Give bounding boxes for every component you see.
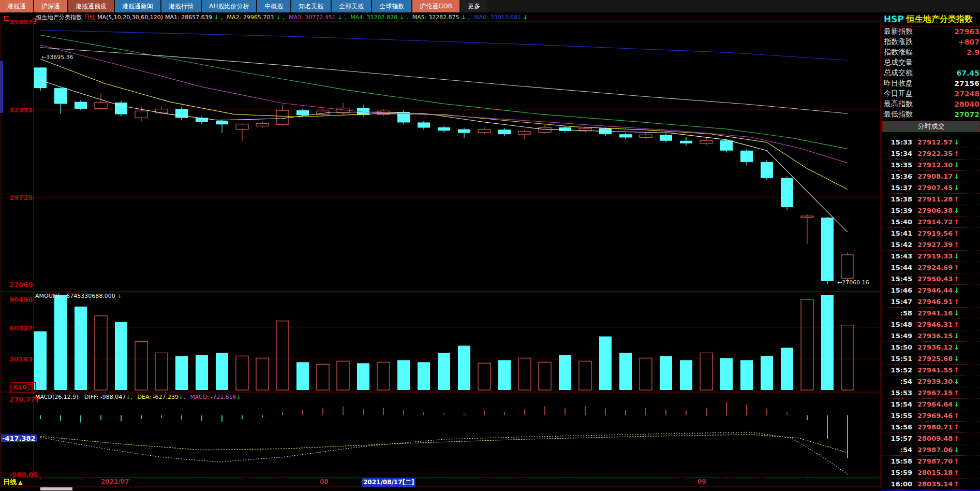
chart-canvas[interactable] — [0, 0, 980, 491]
quote-value: 27963 — [954, 27, 979, 36]
tape-price: 27936.15 — [917, 332, 953, 340]
nav-tab-中概股[interactable]: 中概股 — [257, 0, 290, 12]
tape-row[interactable]: 15:4327919.33↓ — [882, 251, 980, 262]
tape-row[interactable]: 15:3827911.28↑ — [882, 194, 980, 205]
tape-time: 15:47 — [885, 298, 912, 306]
nav-tab-全部美股[interactable]: 全部美股 — [332, 0, 371, 12]
tape-row[interactable]: :5427939.30↓ — [882, 376, 980, 387]
nav-tab-港股行情[interactable]: 港股行情 — [161, 0, 201, 12]
price-annotation-0: ←33695.36 — [41, 54, 73, 61]
tape-price: 27912.30 — [917, 161, 953, 169]
quote-label: 最低指数 — [884, 110, 913, 119]
tape-time: 15:54 — [885, 400, 912, 408]
tape-price: 28015.18 — [917, 469, 953, 476]
nav-tab-全球指数[interactable]: 全球指数 — [372, 0, 411, 12]
tape-price: 27967.15 — [917, 389, 953, 397]
nav-tab-知名美股[interactable]: 知名美股 — [291, 0, 331, 12]
down-arrow-icon: ↓ — [954, 184, 959, 192]
tape-row[interactable]: 15:5827987.70↑ — [882, 456, 980, 467]
tape-row[interactable]: 15:5227941.55↑ — [882, 365, 980, 376]
tape-row[interactable]: 15:4127919.56↑ — [882, 228, 980, 239]
quote-label: 总成交额 — [884, 68, 913, 78]
tape-list[interactable]: 15:3327912.57↓15:3427922.35↑15:3527912.3… — [882, 137, 980, 491]
down-arrow-icon: ↓ — [523, 14, 528, 21]
tape-row[interactable]: 15:4527950.43↑ — [882, 273, 980, 285]
price-annotation-1: ←27060.16 — [837, 279, 869, 286]
tape-price: 27911.28 — [917, 195, 953, 203]
date-label-2: 2021/08/17[二] — [362, 478, 415, 487]
tape-time: 15:38 — [885, 195, 912, 203]
tape-price: 27946.91 — [917, 298, 953, 306]
volume-axis-label-2: 30163 — [9, 355, 33, 363]
ma-value-5: MA5: 32282.875↓, — [412, 14, 472, 21]
tape-time: 15:33 — [885, 138, 912, 146]
nav-tab-AH股比价分析[interactable]: AH股比价分析 — [202, 0, 256, 12]
question-mark-icon[interactable]: ? — [33, 17, 37, 26]
nav-tab-港股通新闻[interactable]: 港股通新闻 — [115, 0, 160, 12]
tape-row[interactable]: 15:5027936.12↓ — [882, 342, 980, 353]
down-arrow-icon: ↓ — [461, 14, 466, 21]
tape-row[interactable]: 15:3427922.35↑ — [882, 148, 980, 160]
window-control-icon[interactable] — [4, 16, 9, 21]
tape-row[interactable]: 15:4827946.31↑ — [882, 319, 980, 330]
tape-row[interactable]: :5427987.06↓ — [882, 444, 980, 456]
tape-time: 15:42 — [885, 241, 912, 249]
tape-row[interactable]: 15:3627908.17↓ — [882, 171, 980, 182]
main-axis-label-1: 32392 — [9, 106, 33, 114]
tape-row[interactable]: :5827941.16↓ — [882, 308, 980, 319]
volume-unit-label: X10万 — [10, 382, 36, 393]
nav-tab-沪伦通GDR[interactable]: 沪伦通GDR — [412, 0, 459, 12]
tape-price: 27941.16 — [917, 309, 953, 317]
tape-header[interactable]: 分时成交 — [882, 121, 980, 132]
tape-row[interactable]: 15:4227927.39↑ — [882, 239, 980, 251]
tape-row[interactable]: 15:3327912.57↓ — [882, 137, 980, 148]
tape-row[interactable]: 15:3527912.30↓ — [882, 160, 980, 171]
tape-row[interactable]: 15:5728009.48↑ — [882, 433, 980, 444]
quote-value: 2.9 — [967, 48, 979, 56]
tape-row[interactable]: 15:4427924.69↑ — [882, 262, 980, 273]
quote-label: 最新指数 — [884, 27, 913, 36]
tape-row[interactable]: 15:3727907.45↓ — [882, 182, 980, 194]
tape-price: 27914.72 — [917, 218, 953, 226]
quote-panel: HSP 恒生地产分类指数 最新指数27963指数涨跌+807指数涨幅2.9总成交… — [882, 12, 980, 491]
nav-tab-更多[interactable]: 更多 — [461, 0, 487, 12]
quote-value: 27156 — [954, 79, 979, 88]
tape-row[interactable]: 15:4927936.15↓ — [882, 330, 980, 342]
date-label-3: 09 — [697, 478, 706, 485]
tape-row[interactable]: 15:5627980.71↑ — [882, 422, 980, 433]
down-arrow-icon: ↓ — [954, 332, 959, 340]
tape-row[interactable]: 15:5327967.15↑ — [882, 387, 980, 399]
quote-panel-header[interactable]: HSP 恒生地产分类指数 — [882, 12, 980, 26]
tape-price: 27946.44 — [917, 286, 953, 294]
nav-tab-港股通额度[interactable]: 港股通额度 — [68, 0, 114, 12]
tape-row[interactable]: 15:4727946.91↑ — [882, 296, 980, 308]
tape-row[interactable]: 15:4027914.72↑ — [882, 216, 980, 228]
quote-row-昨日收盘: 昨日收盘27156 — [882, 78, 980, 89]
chart-period-label[interactable]: 日线 — [84, 13, 95, 21]
tape-row[interactable]: 15:5527969.46↑ — [882, 410, 980, 422]
period-selector[interactable]: 日线▲ — [3, 478, 22, 487]
left-scrollbar-thumb[interactable] — [0, 61, 3, 113]
horizontal-scrollbar-thumb[interactable] — [40, 487, 72, 490]
tape-row[interactable]: 15:5427964.64↓ — [882, 399, 980, 410]
tape-time: 15:53 — [885, 389, 912, 397]
tape-row[interactable]: 16:0028035.14↑ — [882, 479, 980, 490]
macd-axis-label-1: -417.382 — [1, 435, 37, 442]
macd-pane-header: MACD(26,12,9) DIFF: -988.047↓, DEA: -627… — [35, 394, 241, 400]
index-code: HSP — [884, 14, 904, 24]
tape-time: 15:40 — [885, 218, 912, 226]
tape-price: 27987.70 — [917, 457, 953, 465]
tape-row[interactable]: 15:5127925.68↓ — [882, 353, 980, 365]
tape-price: 27927.39 — [917, 241, 953, 249]
tape-time: 15:48 — [885, 321, 912, 328]
up-arrow-icon: ↑ — [954, 412, 959, 420]
nav-tab-沪深通[interactable]: 沪深通 — [34, 0, 67, 12]
tape-time: 15:50 — [885, 343, 912, 351]
down-arrow-icon: ↓ — [954, 207, 959, 214]
quote-value: 27248 — [954, 90, 979, 98]
tape-row[interactable]: 15:4627946.44↓ — [882, 285, 980, 296]
tape-time: 15:34 — [885, 150, 912, 157]
tape-row[interactable]: 15:3927906.38↓ — [882, 205, 980, 216]
tape-row[interactable]: 15:5928015.18↑ — [882, 467, 980, 479]
nav-tab-港股通[interactable]: 港股通 — [0, 0, 33, 12]
